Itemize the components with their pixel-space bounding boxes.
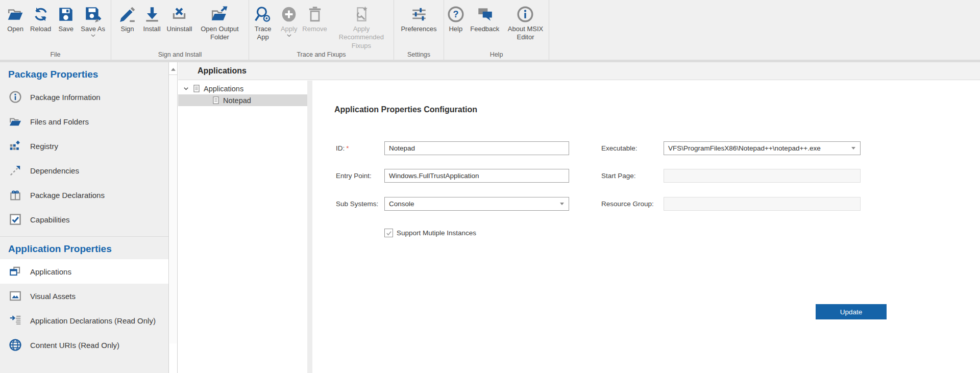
ribbon-group-file: OpenReloadSaveSave AsFile xyxy=(0,0,111,60)
sidebar-item-label: Applications xyxy=(30,267,71,276)
sidebar-item-content-uris-read-only[interactable]: Content URIs (Read Only) xyxy=(0,333,168,357)
sidebar-divider xyxy=(0,236,168,237)
sidebar-item-applications[interactable]: Applications xyxy=(0,259,168,284)
sidebar-item-label: Package Information xyxy=(30,93,101,102)
sub-systems-label: Sub Systems: xyxy=(336,197,378,211)
content-uris-icon xyxy=(8,338,22,352)
remove-button: Remove xyxy=(301,4,328,34)
files-folders-icon xyxy=(8,115,22,129)
preferences-sliders-icon xyxy=(409,5,429,24)
save-icon xyxy=(56,5,76,24)
button-label: Feedback xyxy=(470,25,499,33)
open-button[interactable]: Open xyxy=(4,4,27,34)
tree-node-applications[interactable]: Applications xyxy=(178,83,307,94)
start-page-label: Start Page: xyxy=(601,169,636,183)
sidebar-item-files-and-folders[interactable]: Files and Folders xyxy=(0,109,168,134)
scrollbar-thumb[interactable] xyxy=(169,76,177,343)
install-icon xyxy=(142,5,162,24)
sidebar-heading-application-properties: Application Properties xyxy=(8,243,168,255)
button-label: Sign xyxy=(121,25,134,33)
remove-trash-icon xyxy=(305,5,325,24)
app-declarations-icon xyxy=(8,314,22,328)
chevron-down-icon[interactable] xyxy=(183,85,190,92)
document-icon xyxy=(212,96,219,105)
resource-group-input xyxy=(664,197,861,211)
sidebar: Package PropertiesPackage InformationFil… xyxy=(0,62,168,373)
sidebar-item-package-declarations[interactable]: Package Declarations xyxy=(0,183,168,207)
sidebar-item-dependencies[interactable]: Dependencies xyxy=(0,158,168,183)
msix-editor-window: OpenReloadSaveSave AsFileSignInstallUnin… xyxy=(0,0,980,373)
sidebar-heading-package-properties: Package Properties xyxy=(8,69,168,80)
button-label: Remove xyxy=(302,25,327,33)
dropdown-caret-icon[interactable] xyxy=(90,34,96,37)
start-page-input xyxy=(664,169,861,183)
executable-label: Executable: xyxy=(601,141,638,155)
about-msix-editor-button[interactable]: About MSIX Editor xyxy=(502,4,549,43)
button-label: Help xyxy=(449,25,462,33)
about-info-icon xyxy=(516,5,535,24)
support-multiple-instances-row: Support Mutiple Instances xyxy=(384,229,476,237)
dropdown-arrow-icon[interactable] xyxy=(560,203,564,205)
help-button[interactable]: ?Help xyxy=(444,4,468,34)
button-label: Save xyxy=(58,25,74,33)
sidebar-item-label: Dependencies xyxy=(30,166,79,175)
reload-button[interactable]: Reload xyxy=(28,4,53,34)
sidebar-scrollbar[interactable] xyxy=(168,62,178,373)
sidebar-item-package-information[interactable]: Package Information xyxy=(0,85,168,109)
application-properties-form: Application Properties Configuration ID:… xyxy=(312,80,980,373)
id-label: ID:* xyxy=(336,141,349,155)
support-multiple-instances-checkbox[interactable] xyxy=(384,229,393,237)
tree-node-notepad[interactable]: Notepad xyxy=(178,94,307,106)
dependencies-icon xyxy=(8,164,22,178)
scroll-up-button[interactable] xyxy=(169,62,177,75)
preferences-button[interactable]: Preferences xyxy=(399,4,438,34)
button-label: Reload xyxy=(30,25,51,33)
id-input[interactable] xyxy=(384,141,569,155)
sub-systems-select[interactable] xyxy=(384,197,569,211)
required-asterisk: * xyxy=(346,144,349,152)
button-label: Preferences xyxy=(401,25,436,33)
sidebar-item-visual-assets[interactable]: Visual Assets xyxy=(0,284,168,308)
button-label: Install xyxy=(143,25,161,33)
apply-button: Apply xyxy=(278,4,300,38)
apply-plus-icon xyxy=(279,5,299,24)
button-label: Trace App xyxy=(251,25,275,42)
button-label: Open xyxy=(7,25,23,33)
document-icon xyxy=(193,84,200,93)
scroll-up-arrow-icon xyxy=(171,64,176,73)
feedback-button[interactable]: Feedback xyxy=(469,4,501,34)
install-button[interactable]: Install xyxy=(140,4,164,34)
sign-button[interactable]: Sign xyxy=(116,4,139,34)
applications-tree: Applications Notepad xyxy=(178,81,307,373)
button-label: Save As xyxy=(81,25,105,33)
button-label: About MSIX Editor xyxy=(504,25,547,42)
update-button[interactable]: Update xyxy=(816,304,887,319)
ribbon-group-sign-and-install: SignInstallUninstallOpen Output FolderSi… xyxy=(111,0,249,60)
executable-select[interactable] xyxy=(664,141,861,155)
dropdown-arrow-icon[interactable] xyxy=(851,147,855,150)
sidebar-item-application-declarations-read-only[interactable]: Application Declarations (Read Only) xyxy=(0,308,168,333)
save-as-button[interactable]: Save As xyxy=(79,4,107,38)
resource-group-label: Resource Group: xyxy=(601,197,654,211)
tree-splitter[interactable] xyxy=(307,81,312,373)
uninstall-button[interactable]: Uninstall xyxy=(165,4,194,34)
button-label: Open Output Folder xyxy=(197,25,242,42)
open-output-folder-icon xyxy=(210,5,229,24)
sidebar-item-capabilities[interactable]: Capabilities xyxy=(0,207,168,232)
sign-pencil-icon xyxy=(118,5,137,24)
sidebar-item-label: Content URIs (Read Only) xyxy=(30,341,119,350)
dropdown-caret-icon xyxy=(286,34,292,37)
applications-icon xyxy=(8,265,22,279)
sidebar-item-registry[interactable]: Registry xyxy=(0,134,168,158)
apply-recommended-fixups-button: Apply Recommended Fixups xyxy=(329,4,394,51)
save-button[interactable]: Save xyxy=(54,4,78,34)
checkbox-label: Support Mutiple Instances xyxy=(397,229,476,237)
button-label: Apply xyxy=(281,25,298,33)
trace-app-button[interactable]: Trace App xyxy=(249,4,277,43)
entry-point-input[interactable] xyxy=(384,169,569,183)
open-output-folder-button[interactable]: Open Output Folder xyxy=(195,4,244,43)
page-title: Applications xyxy=(198,66,247,76)
capabilities-icon xyxy=(8,213,22,227)
visual-assets-icon xyxy=(8,289,22,303)
reload-icon xyxy=(31,5,51,24)
